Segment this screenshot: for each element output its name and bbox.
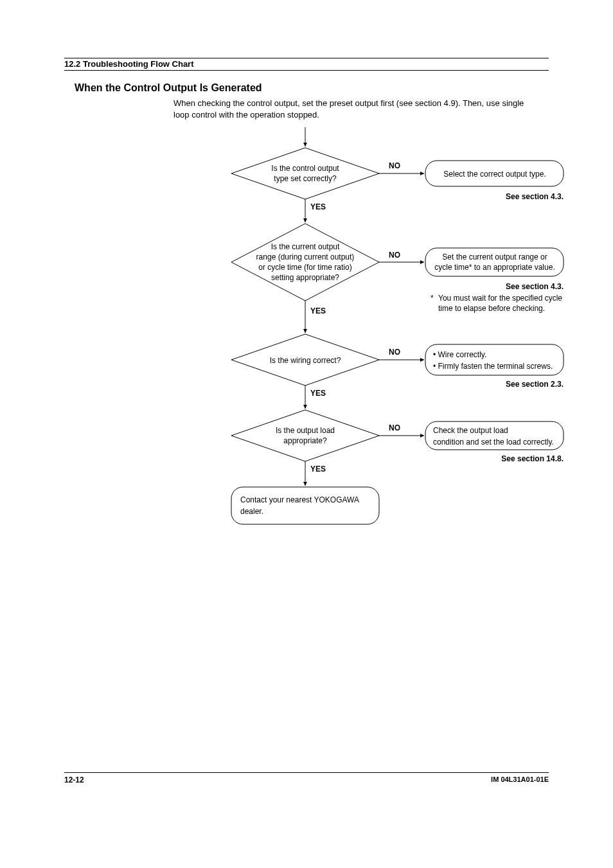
yes-label-2: YES — [310, 306, 326, 315]
decision-output-range: Is the current output range (during curr… — [231, 224, 379, 301]
a1-ref: See section 4.3. — [506, 192, 564, 201]
a2-ref: See section 4.3. — [506, 282, 564, 291]
intro-text: When checking the control output, set th… — [173, 98, 540, 121]
no-label-3: NO — [389, 348, 400, 357]
terminal-contact-dealer: Contact your nearest YOKOGAWA dealer. — [231, 487, 379, 524]
a4-l1: Check the output load — [433, 426, 508, 435]
yes-label-1: YES — [310, 202, 326, 211]
page-number: 12-12 — [64, 775, 84, 784]
a4-ref: See section 14.8. — [501, 454, 564, 463]
svg-marker-1 — [231, 148, 379, 199]
d2-l2: range (during current output) — [256, 252, 355, 261]
d2-l3: or cycle time (for time ratio) — [258, 263, 351, 272]
action-set-range: Set the current output range or cycle ti… — [425, 248, 564, 276]
section-header: 12.2 Troubleshooting Flow Chart — [64, 58, 549, 71]
a2-l2: cycle time* to an appropriate value. — [434, 263, 555, 272]
decision-wiring: Is the wiring correct? — [231, 334, 379, 385]
term-l2: dealer. — [240, 507, 263, 516]
decision-output-load: Is the output load appropriate? — [231, 410, 379, 461]
a2-l1: Set the current output range or — [442, 252, 547, 261]
no-label-2: NO — [389, 251, 400, 260]
no-label-4: NO — [389, 423, 400, 432]
flowchart: Is the control output type set correctly… — [173, 127, 533, 538]
document-id: IM 04L31A01-01E — [491, 775, 549, 783]
svg-rect-17 — [231, 487, 379, 524]
d1-line1: Is the control output — [271, 164, 339, 173]
a3-l1: • Wire correctly. — [433, 350, 486, 359]
term-l1: Contact your nearest YOKOGAWA — [240, 495, 359, 504]
action-load: Check the output load condition and set … — [425, 421, 564, 450]
d2-l4: setting appropriate? — [271, 273, 339, 282]
svg-marker-5 — [231, 224, 379, 301]
yes-label-4: YES — [310, 465, 326, 474]
a2-note-l1: You must wait for the specified cycle — [438, 294, 562, 303]
svg-marker-13 — [231, 410, 379, 461]
a1-text: Select the correct output type. — [443, 170, 546, 179]
page-footer: 12-12 IM 04L31A01-01E — [64, 772, 549, 784]
decision-output-type: Is the control output type set correctly… — [231, 148, 379, 199]
a2-note-l2: time to elapse before checking. — [438, 304, 545, 313]
a3-ref: See section 2.3. — [506, 380, 564, 389]
a2-star: * — [431, 294, 434, 303]
d2-l1: Is the current output — [271, 242, 340, 251]
d4-l1: Is the output load — [276, 426, 335, 435]
d3-text: Is the wiring correct? — [270, 356, 341, 365]
no-label-1: NO — [389, 161, 400, 170]
a3-l2: • Firmly fasten the terminal screws. — [433, 362, 553, 371]
action-select-output-type: Select the correct output type. — [425, 161, 564, 186]
a4-l2: condition and set the load correctly. — [433, 438, 554, 447]
yes-label-3: YES — [310, 389, 326, 398]
d4-l2: appropriate? — [283, 436, 327, 445]
page-subtitle: When the Control Output Is Generated — [75, 82, 549, 94]
action-wiring: • Wire correctly. • Firmly fasten the te… — [425, 344, 564, 375]
d1-line2: type set correctly? — [274, 174, 337, 183]
